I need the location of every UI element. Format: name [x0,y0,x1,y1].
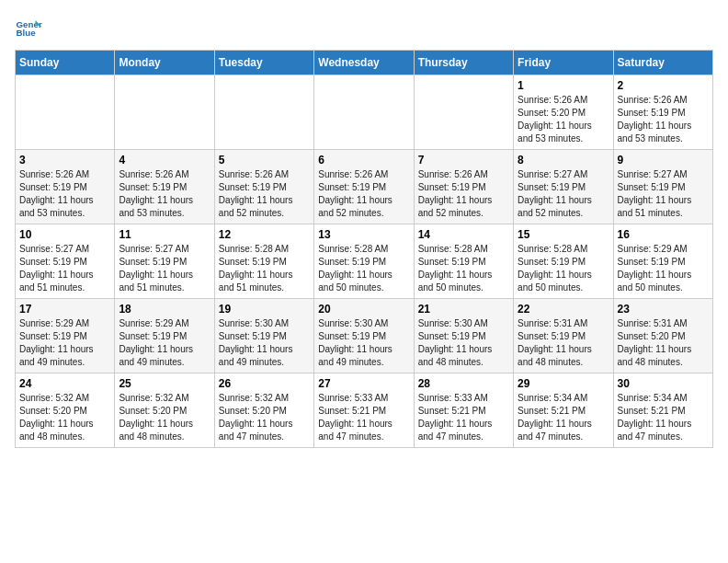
calendar-cell: 8Sunrise: 5:27 AMSunset: 5:19 PMDaylight… [514,150,613,224]
day-number: 14 [418,228,509,241]
day-number: 27 [318,377,409,390]
calendar-cell: 23Sunrise: 5:31 AMSunset: 5:20 PMDayligh… [613,299,712,373]
day-number: 10 [19,228,110,241]
day-number: 1 [518,79,609,92]
calendar-cell: 12Sunrise: 5:28 AMSunset: 5:19 PMDayligh… [214,224,313,299]
day-info: Sunrise: 5:32 AMSunset: 5:20 PMDaylight:… [19,392,110,443]
day-info: Sunrise: 5:26 AMSunset: 5:19 PMDaylight:… [119,168,210,220]
day-info: Sunrise: 5:27 AMSunset: 5:19 PMDaylight:… [618,168,709,220]
calendar-header: SundayMondayTuesdayWednesdayThursdayFrid… [16,51,713,75]
day-info: Sunrise: 5:28 AMSunset: 5:19 PMDaylight:… [418,243,509,294]
day-number: 17 [19,303,110,316]
day-number: 29 [518,377,609,390]
calendar-cell: 10Sunrise: 5:27 AMSunset: 5:19 PMDayligh… [16,224,115,299]
calendar-cell: 27Sunrise: 5:33 AMSunset: 5:21 PMDayligh… [314,373,414,448]
calendar-cell: 7Sunrise: 5:26 AMSunset: 5:19 PMDaylight… [414,150,513,224]
day-info: Sunrise: 5:27 AMSunset: 5:19 PMDaylight:… [19,243,110,294]
calendar-cell: 2Sunrise: 5:26 AMSunset: 5:19 PMDaylight… [613,75,712,150]
calendar-cell: 19Sunrise: 5:30 AMSunset: 5:19 PMDayligh… [214,299,313,373]
calendar-cell: 3Sunrise: 5:26 AMSunset: 5:19 PMDaylight… [16,150,115,224]
day-number: 25 [119,377,210,390]
calendar-cell: 21Sunrise: 5:30 AMSunset: 5:19 PMDayligh… [414,299,513,373]
column-header-sunday: Sunday [16,51,115,75]
day-info: Sunrise: 5:31 AMSunset: 5:20 PMDaylight:… [618,317,709,369]
calendar-cell: 5Sunrise: 5:26 AMSunset: 5:19 PMDaylight… [214,150,313,224]
day-info: Sunrise: 5:30 AMSunset: 5:19 PMDaylight:… [219,317,310,369]
calendar-cell [16,75,115,150]
day-number: 21 [418,303,509,316]
day-info: Sunrise: 5:32 AMSunset: 5:20 PMDaylight:… [119,392,210,443]
day-number: 3 [19,154,110,167]
day-info: Sunrise: 5:33 AMSunset: 5:21 PMDaylight:… [418,392,509,443]
day-number: 11 [119,228,210,241]
column-header-friday: Friday [514,51,613,75]
day-number: 9 [618,154,709,167]
day-number: 22 [518,303,609,316]
calendar-week-4: 17Sunrise: 5:29 AMSunset: 5:19 PMDayligh… [16,299,713,373]
day-number: 7 [418,154,509,167]
day-number: 26 [219,377,310,390]
day-number: 19 [219,303,310,316]
day-number: 20 [318,303,409,316]
page-header: General Blue [15,15,713,42]
day-number: 16 [618,228,709,241]
day-info: Sunrise: 5:28 AMSunset: 5:19 PMDaylight:… [318,243,409,294]
calendar-cell: 20Sunrise: 5:30 AMSunset: 5:19 PMDayligh… [314,299,414,373]
day-info: Sunrise: 5:29 AMSunset: 5:19 PMDaylight:… [618,243,709,294]
day-info: Sunrise: 5:29 AMSunset: 5:19 PMDaylight:… [19,317,110,369]
calendar-cell: 13Sunrise: 5:28 AMSunset: 5:19 PMDayligh… [314,224,414,299]
calendar-cell [414,75,513,150]
calendar-table: SundayMondayTuesdayWednesdayThursdayFrid… [15,50,713,448]
calendar-cell: 14Sunrise: 5:28 AMSunset: 5:19 PMDayligh… [414,224,513,299]
column-header-thursday: Thursday [414,51,513,75]
column-header-tuesday: Tuesday [214,51,313,75]
logo: General Blue [15,15,46,42]
day-info: Sunrise: 5:33 AMSunset: 5:21 PMDaylight:… [318,392,409,443]
calendar-week-1: 1Sunrise: 5:26 AMSunset: 5:20 PMDaylight… [16,75,713,150]
calendar-cell: 22Sunrise: 5:31 AMSunset: 5:19 PMDayligh… [514,299,613,373]
column-header-monday: Monday [115,51,214,75]
calendar-cell: 26Sunrise: 5:32 AMSunset: 5:20 PMDayligh… [214,373,313,448]
calendar-week-2: 3Sunrise: 5:26 AMSunset: 5:19 PMDaylight… [16,150,713,224]
day-info: Sunrise: 5:26 AMSunset: 5:19 PMDaylight:… [618,94,709,145]
day-number: 15 [518,228,609,241]
calendar-cell [214,75,313,150]
calendar-cell: 16Sunrise: 5:29 AMSunset: 5:19 PMDayligh… [613,224,712,299]
calendar-cell: 11Sunrise: 5:27 AMSunset: 5:19 PMDayligh… [115,224,214,299]
day-info: Sunrise: 5:26 AMSunset: 5:19 PMDaylight:… [219,168,310,220]
day-info: Sunrise: 5:26 AMSunset: 5:19 PMDaylight:… [418,168,509,220]
calendar-cell: 17Sunrise: 5:29 AMSunset: 5:19 PMDayligh… [16,299,115,373]
day-info: Sunrise: 5:29 AMSunset: 5:19 PMDaylight:… [119,317,210,369]
day-info: Sunrise: 5:34 AMSunset: 5:21 PMDaylight:… [618,392,709,443]
day-number: 23 [618,303,709,316]
day-number: 18 [119,303,210,316]
day-info: Sunrise: 5:30 AMSunset: 5:19 PMDaylight:… [418,317,509,369]
day-info: Sunrise: 5:27 AMSunset: 5:19 PMDaylight:… [518,168,609,220]
calendar-week-3: 10Sunrise: 5:27 AMSunset: 5:19 PMDayligh… [16,224,713,299]
calendar-cell: 6Sunrise: 5:26 AMSunset: 5:19 PMDaylight… [314,150,414,224]
day-info: Sunrise: 5:30 AMSunset: 5:19 PMDaylight:… [318,317,409,369]
calendar-cell: 1Sunrise: 5:26 AMSunset: 5:20 PMDaylight… [514,75,613,150]
day-info: Sunrise: 5:26 AMSunset: 5:20 PMDaylight:… [518,94,609,145]
day-number: 24 [19,377,110,390]
day-number: 4 [119,154,210,167]
day-number: 13 [318,228,409,241]
calendar-cell: 24Sunrise: 5:32 AMSunset: 5:20 PMDayligh… [16,373,115,448]
day-number: 28 [418,377,509,390]
calendar-cell: 9Sunrise: 5:27 AMSunset: 5:19 PMDaylight… [613,150,712,224]
day-info: Sunrise: 5:26 AMSunset: 5:19 PMDaylight:… [318,168,409,220]
calendar-week-5: 24Sunrise: 5:32 AMSunset: 5:20 PMDayligh… [16,373,713,448]
day-info: Sunrise: 5:31 AMSunset: 5:19 PMDaylight:… [518,317,609,369]
calendar-cell: 18Sunrise: 5:29 AMSunset: 5:19 PMDayligh… [115,299,214,373]
day-number: 8 [518,154,609,167]
logo-icon: General Blue [15,15,42,42]
day-number: 12 [219,228,310,241]
calendar-cell: 25Sunrise: 5:32 AMSunset: 5:20 PMDayligh… [115,373,214,448]
calendar-cell [314,75,414,150]
column-header-saturday: Saturday [613,51,712,75]
calendar-cell: 15Sunrise: 5:28 AMSunset: 5:19 PMDayligh… [514,224,613,299]
day-info: Sunrise: 5:28 AMSunset: 5:19 PMDaylight:… [219,243,310,294]
day-number: 2 [618,79,709,92]
day-info: Sunrise: 5:32 AMSunset: 5:20 PMDaylight:… [219,392,310,443]
day-info: Sunrise: 5:34 AMSunset: 5:21 PMDaylight:… [518,392,609,443]
